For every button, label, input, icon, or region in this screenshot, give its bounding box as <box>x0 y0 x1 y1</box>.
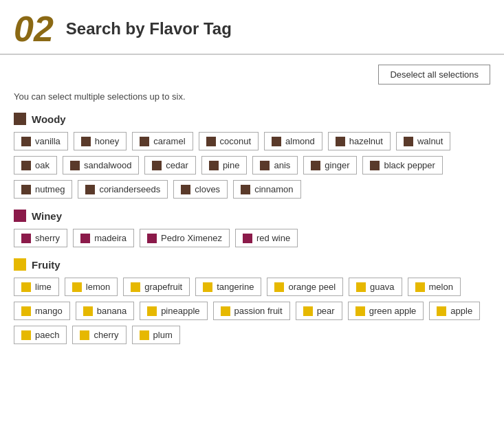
tag-icon-ginger <box>311 161 320 170</box>
section-winey: WineysherrymadeiraPedro Ximenezred wine <box>0 205 504 254</box>
tag-paech[interactable]: paech <box>14 326 67 344</box>
tag-icon-black-pepper <box>370 161 380 170</box>
tag-label: lemon <box>86 282 110 292</box>
tag-melon[interactable]: melon <box>408 278 461 296</box>
page-number: 02 <box>14 11 54 47</box>
tag-icon-cherry <box>80 330 89 340</box>
tag-ginger[interactable]: ginger <box>303 156 357 174</box>
tag-pine[interactable]: pine <box>201 156 248 174</box>
tag-mango[interactable]: mango <box>14 302 70 320</box>
tag-cherry[interactable]: cherry <box>72 326 126 344</box>
tag-label: tangerine <box>217 282 254 292</box>
tag-lemon[interactable]: lemon <box>65 278 118 296</box>
sections-container: Woodyvanillahoneycaramelcoconutalmondhaz… <box>0 109 504 351</box>
tag-sherry[interactable]: sherry <box>14 229 67 247</box>
tag-label: mango <box>35 306 63 316</box>
tag-icon-passion-fruit <box>221 306 230 316</box>
section-color-fruity <box>14 258 26 271</box>
tag-red-wine[interactable]: red wine <box>235 229 298 247</box>
tag-icon-almond <box>272 137 281 146</box>
tag-green-apple[interactable]: green apple <box>348 302 424 320</box>
tag-hazelnut[interactable]: hazelnut <box>328 132 391 150</box>
tag-label: vanilla <box>35 136 61 146</box>
deselect-all-button[interactable]: Deselect all selections <box>378 65 490 85</box>
tag-black-pepper[interactable]: black pepper <box>362 156 442 174</box>
section-color-woody <box>14 113 26 125</box>
section-header-winey: Winey <box>14 210 490 222</box>
tags-container-winey: sherrymadeiraPedro Ximenezred wine <box>14 229 490 247</box>
tag-icon-coconut <box>206 137 216 146</box>
tag-label: green apple <box>369 306 417 316</box>
tag-nutmeg[interactable]: nutmeg <box>14 180 72 199</box>
tag-plum[interactable]: plum <box>132 326 180 344</box>
tag-label: grapefruit <box>144 282 182 292</box>
tag-passion-fruit[interactable]: passion fruit <box>213 302 290 320</box>
section-header-fruity: Fruity <box>14 258 490 271</box>
tag-corianderseeds[interactable]: corianderseeds <box>78 180 168 199</box>
tag-cinnamon[interactable]: cinnamon <box>233 180 300 199</box>
tags-container-fruity: limelemongrapefruittangerineorange peelg… <box>14 278 490 344</box>
tag-tangerine[interactable]: tangerine <box>195 278 261 296</box>
tag-almond[interactable]: almond <box>264 132 322 150</box>
tag-orange-peel[interactable]: orange peel <box>267 278 343 296</box>
tag-label: apple <box>450 306 472 316</box>
tag-icon-tangerine <box>203 282 212 292</box>
tag-walnut[interactable]: walnut <box>396 132 451 150</box>
tag-label: pear <box>317 306 335 316</box>
section-title-winey: Winey <box>32 210 62 222</box>
tag-label: cherry <box>94 330 118 340</box>
tag-label: oak <box>35 160 50 170</box>
tag-madeira[interactable]: madeira <box>73 229 134 247</box>
tag-cloves[interactable]: cloves <box>173 180 228 199</box>
tags-container-woody: vanillahoneycaramelcoconutalmondhazelnut… <box>14 132 490 199</box>
tag-icon-madeira <box>80 234 90 243</box>
tag-anis[interactable]: anis <box>252 156 298 174</box>
tag-label: red wine <box>256 233 290 243</box>
tag-label: pineapple <box>161 306 199 316</box>
tag-guava[interactable]: guava <box>349 278 402 296</box>
tag-icon-anis <box>260 161 270 170</box>
tag-oak[interactable]: oak <box>14 156 57 174</box>
tag-label: coconut <box>220 136 252 146</box>
tag-icon-nutmeg <box>21 185 31 194</box>
tag-icon-red-wine <box>243 234 252 243</box>
tag-label: madeira <box>94 233 127 243</box>
tag-icon-apple <box>437 306 446 316</box>
tag-grapefruit[interactable]: grapefruit <box>123 278 190 296</box>
tag-honey[interactable]: honey <box>74 132 127 150</box>
tag-sandalwood[interactable]: sandalwood <box>63 156 139 174</box>
tag-icon-sandalwood <box>70 161 80 170</box>
tag-label: sandalwood <box>84 160 131 170</box>
tag-icon-pear <box>303 306 313 316</box>
tag-icon-honey <box>81 137 91 146</box>
tag-icon-guava <box>356 282 366 292</box>
info-text: You can select multiple selections up to… <box>0 87 504 109</box>
tag-pedro-ximenez[interactable]: Pedro Ximenez <box>140 229 230 247</box>
tag-pineapple[interactable]: pineapple <box>140 302 207 320</box>
tag-icon-green-apple <box>355 306 365 316</box>
tag-icon-paech <box>21 330 31 340</box>
tag-lime[interactable]: lime <box>14 278 59 296</box>
tag-label: passion fruit <box>234 306 283 316</box>
tag-cedar[interactable]: cedar <box>144 156 196 174</box>
tag-icon-caramel <box>140 137 149 146</box>
tag-coconut[interactable]: coconut <box>199 132 259 150</box>
tag-label: walnut <box>417 136 443 146</box>
tag-label: banana <box>97 306 127 316</box>
tag-icon-pedro-ximenez <box>147 234 157 243</box>
tag-label: hazelnut <box>349 136 383 146</box>
tag-label: paech <box>35 330 59 340</box>
tag-icon-orange-peel <box>274 282 284 292</box>
tag-vanilla[interactable]: vanilla <box>14 132 68 150</box>
tag-icon-banana <box>83 306 93 316</box>
tag-caramel[interactable]: caramel <box>132 132 193 150</box>
tag-icon-oak <box>21 161 31 170</box>
tag-icon-pineapple <box>147 306 157 316</box>
page-title: Search by Flavor Tag <box>66 19 232 38</box>
tag-icon-hazelnut <box>336 137 345 146</box>
tag-pear[interactable]: pear <box>296 302 342 320</box>
tag-label: cedar <box>166 160 188 170</box>
tag-banana[interactable]: banana <box>76 302 134 320</box>
tag-icon-walnut <box>404 137 413 146</box>
tag-apple[interactable]: apple <box>429 302 480 320</box>
